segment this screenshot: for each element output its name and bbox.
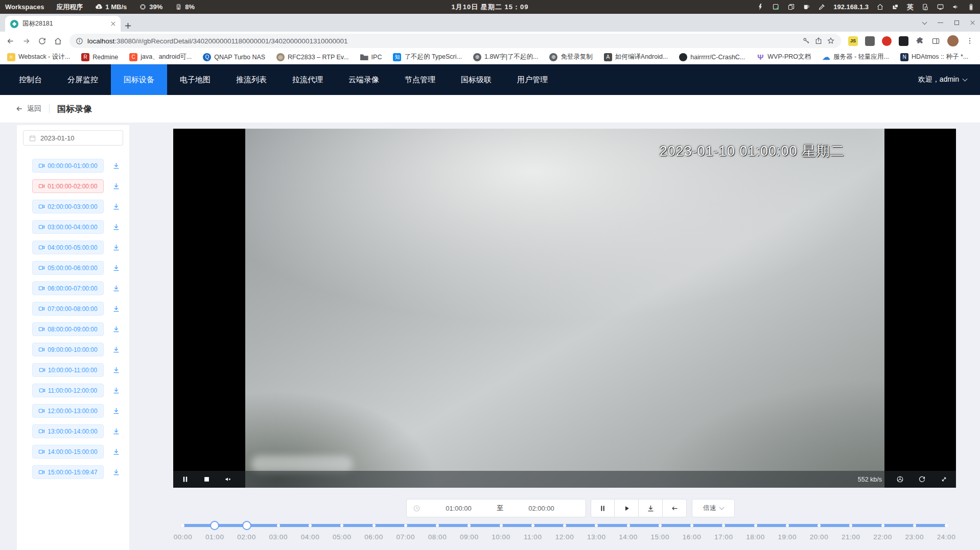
segment-download-button[interactable] xyxy=(112,427,120,435)
segment-pill[interactable]: 09:00:00-10:00:00 xyxy=(32,343,104,356)
segment-pill[interactable]: 02:00:00-03:00:00 xyxy=(32,200,104,213)
segment-download-button[interactable] xyxy=(112,325,120,333)
extension-js-icon[interactable]: JS xyxy=(848,36,858,46)
bookmark-item[interactable]: QQNAP Turbo NAS xyxy=(203,53,265,61)
speed-dropdown[interactable]: 倍速 xyxy=(692,499,735,517)
refresh-icon[interactable] xyxy=(918,475,926,483)
shutter-icon[interactable] xyxy=(896,475,904,483)
extension-grey-icon[interactable] xyxy=(865,36,875,46)
input-method-indicator[interactable]: 英 xyxy=(907,3,914,12)
nav-item-国标设备[interactable]: 国标设备 xyxy=(111,64,167,95)
slider-track[interactable] xyxy=(183,524,946,527)
timeline-slider[interactable]: 00:0001:0002:0003:0004:0005:0006:0007:00… xyxy=(183,524,946,547)
bookmark-item[interactable]: IPC xyxy=(360,54,382,61)
stop-icon[interactable] xyxy=(203,475,211,483)
mute-icon[interactable] xyxy=(224,475,232,483)
maximize-button[interactable] xyxy=(954,20,959,25)
video-player[interactable]: 2023-01-10 01:00:00 星期二 552 kb/s xyxy=(173,129,956,488)
phone-icon[interactable] xyxy=(921,3,929,11)
nav-item-节点管理[interactable]: 节点管理 xyxy=(392,64,448,95)
bookmark-item[interactable]: ⊕1.8W字|了不起的... xyxy=(473,53,538,61)
nav-item-拉流代理[interactable]: 拉流代理 xyxy=(279,64,336,95)
bookmark-item[interactable]: RRedmine xyxy=(81,53,118,61)
segment-pill[interactable]: 12:00:00-13:00:00 xyxy=(32,404,104,418)
bookmark-item[interactable]: ΨWVP-PRO文档 xyxy=(756,53,811,61)
battery-icon[interactable] xyxy=(967,3,975,11)
segment-download-button[interactable] xyxy=(112,182,120,190)
nav-item-云端录像[interactable]: 云端录像 xyxy=(336,64,392,95)
screenshot-app-icon[interactable] xyxy=(772,3,780,11)
segment-pill[interactable]: 07:00:00-08:00:00 xyxy=(32,302,104,316)
step-back-button[interactable] xyxy=(663,499,687,517)
profile-avatar[interactable] xyxy=(947,35,959,46)
slider-handle[interactable] xyxy=(242,521,251,530)
segment-pill[interactable]: 04:00:00-05:00:00 xyxy=(32,241,104,254)
time-range-input[interactable]: 01:00:00 至 02:00:00 xyxy=(406,499,586,517)
segment-pill[interactable]: 06:00:00-07:00:00 xyxy=(32,281,104,295)
bookmark-item[interactable]: NHDAtmos :: 种子 *... xyxy=(900,53,968,61)
segment-download-button[interactable] xyxy=(112,244,120,251)
tab-close-button[interactable] xyxy=(111,21,115,26)
user-menu[interactable]: 欢迎，admin xyxy=(918,64,967,95)
workspaces-overlap-icon[interactable] xyxy=(892,3,899,11)
segment-pill[interactable]: 11:00:00-12:00:00 xyxy=(32,384,104,397)
bookmark-star-icon[interactable] xyxy=(827,37,835,45)
segment-pill[interactable]: 15:00:00-15:09:47 xyxy=(32,465,104,479)
home-icon[interactable] xyxy=(876,3,884,11)
bolt-icon[interactable] xyxy=(757,3,764,11)
bookmark-item[interactable]: Cjava、android可... xyxy=(129,53,192,61)
segment-pill[interactable]: 00:00:00-01:00:00 xyxy=(32,159,104,173)
pause-icon[interactable] xyxy=(181,475,189,483)
segment-download-button[interactable] xyxy=(112,448,120,456)
download-control-button[interactable] xyxy=(639,499,663,517)
back-button[interactable] xyxy=(6,37,15,45)
segment-download-button[interactable] xyxy=(112,223,120,231)
clipboard-icon[interactable] xyxy=(787,3,795,11)
browser-menu-kebab-icon[interactable] xyxy=(966,37,974,45)
new-tab-button[interactable] xyxy=(125,22,131,29)
bookmark-item[interactable]: ≡Webstack - 设计... xyxy=(7,53,70,61)
password-key-icon[interactable] xyxy=(802,37,810,45)
nav-item-电子地图[interactable]: 电子地图 xyxy=(167,64,223,95)
browser-tab[interactable]: 国标28181 xyxy=(5,16,121,32)
nav-item-分屏监控[interactable]: 分屏监控 xyxy=(55,64,111,95)
fullscreen-icon[interactable] xyxy=(940,475,948,483)
segment-download-button[interactable] xyxy=(112,407,120,415)
bookmark-item[interactable]: A如何编译Android... xyxy=(604,53,668,61)
pause-control-button[interactable] xyxy=(591,499,615,517)
nav-item-用户管理[interactable]: 用户管理 xyxy=(504,64,561,95)
segment-download-button[interactable] xyxy=(112,264,120,272)
segment-pill[interactable]: 14:00:00-15:00:00 xyxy=(32,445,104,459)
workspaces-button[interactable]: Workspaces xyxy=(5,3,44,11)
nav-item-推流列表[interactable]: 推流列表 xyxy=(223,64,279,95)
applications-button[interactable]: 应用程序 xyxy=(56,3,83,12)
side-panel-button[interactable] xyxy=(931,37,940,45)
ip-address[interactable]: 192.168.1.3 xyxy=(833,3,869,11)
site-info-icon[interactable] xyxy=(76,37,83,45)
segment-pill[interactable]: 03:00:00-04:00:00 xyxy=(32,220,104,234)
segment-pill[interactable]: 08:00:00-09:00:00 xyxy=(32,322,104,336)
share-icon[interactable] xyxy=(814,37,823,45)
bookmark-item[interactable]: 知了不起的 TypeScri... xyxy=(393,53,462,61)
segment-download-button[interactable] xyxy=(112,305,120,313)
nav-item-国标级联[interactable]: 国标级联 xyxy=(448,64,504,95)
segment-download-button[interactable] xyxy=(112,468,120,476)
date-picker[interactable]: 2023-01-10 xyxy=(23,130,123,146)
extension-red-icon[interactable] xyxy=(882,36,892,46)
segment-download-button[interactable] xyxy=(112,162,120,170)
segment-download-button[interactable] xyxy=(112,387,120,394)
extension-black-icon[interactable] xyxy=(899,36,908,46)
volume-icon[interactable] xyxy=(952,3,960,11)
display-icon[interactable] xyxy=(937,3,944,11)
slider-handle[interactable] xyxy=(210,521,219,530)
tab-search-chevron-icon[interactable] xyxy=(922,19,927,25)
segment-download-button[interactable] xyxy=(112,203,120,210)
reload-button[interactable] xyxy=(38,37,46,45)
bookmark-item[interactable]: ☁服务器 - 轻量应用... xyxy=(822,53,889,61)
minimize-button[interactable] xyxy=(938,22,943,23)
segment-pill[interactable]: 05:00:00-06:00:00 xyxy=(32,261,104,275)
extensions-puzzle-icon[interactable] xyxy=(916,37,924,45)
back-link[interactable]: 返回 xyxy=(15,104,41,113)
bookmark-item[interactable]: ⊕免登录复制 xyxy=(549,53,593,61)
system-clock[interactable]: 1月10日 星期二 15：09 xyxy=(452,3,529,12)
